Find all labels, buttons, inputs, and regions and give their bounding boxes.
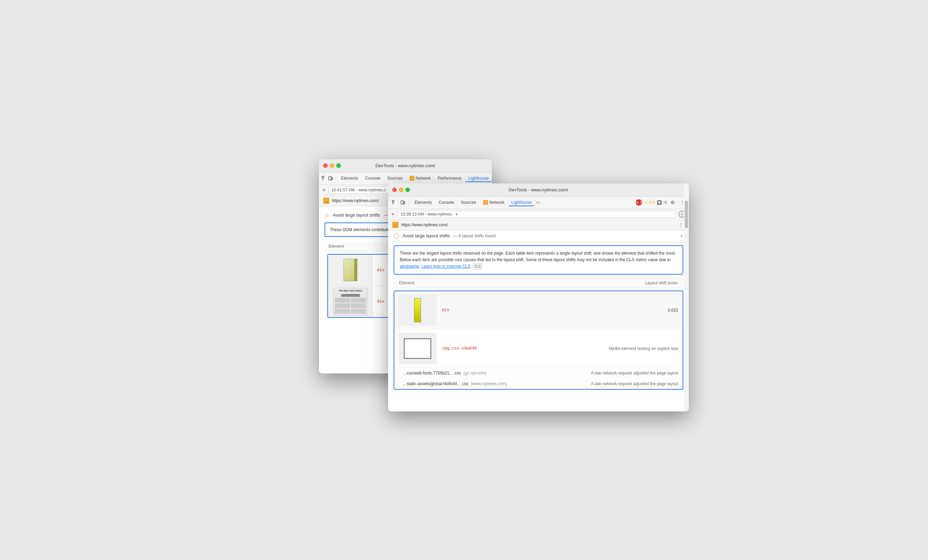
minimize-button-front[interactable] [399, 187, 403, 192]
fw-main-element-row: div 0.021 [394, 291, 682, 330]
add-tab-front[interactable]: + [392, 211, 395, 217]
window-title-back: DevTools - www.nytimes.com/ [375, 163, 435, 168]
fw-main-label: div [442, 308, 668, 313]
close-button-front[interactable] [392, 187, 397, 192]
devtools-window-front: DevTools - www.nytimes.com/ Elements Con… [388, 183, 689, 411]
element-thumb-1-back [328, 255, 373, 286]
inspect-icon-front[interactable] [391, 199, 398, 206]
nt-line-5 [335, 309, 350, 314]
fw-file-1: …css/web-fonts.7705b21….css (g1.nyt.com) [403, 371, 591, 376]
alert-icon-back: ⚠ [325, 212, 330, 218]
audit-subtitle-front: — 6 layout shifts found [453, 234, 496, 238]
title-bar-front: DevTools - www.nytimes.com/ [388, 183, 689, 196]
security-bar-front: 🔒 https://www.nytimes.com/ ⋮ [388, 220, 689, 230]
tab-console-back[interactable]: Console [363, 175, 383, 182]
svg-rect-5 [392, 200, 394, 202]
maximize-button-front[interactable] [405, 187, 410, 192]
address-input-front[interactable]: 10:39:13 AM - www.nytimes. ▼ [397, 211, 676, 218]
description-box-front: These are the largest layout shifts obse… [394, 245, 683, 275]
security-more-front[interactable]: ⋮ [677, 222, 685, 228]
close-button-back[interactable] [323, 163, 328, 168]
thumb-newspaper-back: The New York Times [333, 288, 368, 315]
minimize-button-back[interactable] [330, 163, 334, 168]
svg-rect-2 [329, 177, 331, 180]
toolbar-front: Elements Console Sources ⚠ Network Light… [388, 196, 689, 209]
fw-reason-1: A late network request adjusted the page… [591, 371, 678, 376]
fw-sub-element-row: img.css-o9w048 Media element lacking an … [394, 330, 682, 368]
tab-console-front[interactable]: Console [436, 199, 457, 206]
error-badge-front: ✕ 3 [636, 199, 642, 205]
tab-performance-back[interactable]: Performance [435, 175, 464, 182]
security-icon-front: 🔒 [392, 222, 398, 228]
yellow-bar-thumb [414, 298, 421, 322]
security-url-back: https://www.nytimes.com/ [332, 198, 379, 203]
device-icon-front[interactable] [399, 199, 406, 206]
nt-line-2 [351, 298, 366, 303]
fw-sub-reason: Media element lacking an explicit size [609, 346, 678, 351]
window-title-front: DevTools - www.nytimes.com/ [508, 187, 568, 192]
fw-domain-1: (g1.nyt.com) [464, 371, 487, 376]
tab-lighthouse-back[interactable]: Lighthouse [466, 175, 491, 182]
tab-network-front[interactable]: ⚠ Network [481, 199, 507, 206]
traffic-lights-front [392, 187, 410, 192]
tab-elements-back[interactable]: Elements [338, 175, 361, 182]
tab-elements-front[interactable]: Elements [412, 199, 435, 206]
fw-col-score-label: Layout shift score [645, 280, 678, 285]
fw-sub-rows: …css/web-fonts.7705b21….css (g1.nyt.com)… [394, 368, 682, 389]
tab-sources-front[interactable]: Sources [458, 199, 479, 206]
network-warning-icon-back: ⚠ [409, 176, 414, 181]
inspect-icon[interactable] [322, 175, 327, 182]
svg-rect-0 [322, 176, 324, 178]
address-bar-front: + 10:39:13 AM - www.nytimes. ▼ ⊘ [388, 209, 689, 220]
add-tab-back[interactable]: + [322, 187, 325, 193]
more-tabs-front[interactable]: >> [536, 200, 540, 204]
tab-sources-back[interactable]: Sources [385, 175, 405, 182]
device-icon[interactable] [328, 175, 333, 182]
nt-line-1 [335, 298, 350, 303]
security-icon-back: 🔒 [323, 198, 330, 204]
settings-icon-front[interactable]: ⚙ [670, 199, 676, 206]
svg-rect-7 [401, 201, 403, 204]
address-arrow-front: ▼ [455, 213, 458, 216]
audit-header-front: Avoid large layout shifts — 6 layout shi… [388, 230, 689, 242]
traffic-lights-back [323, 163, 341, 168]
fw-sub-label: img.css-o9w048 [442, 346, 609, 351]
nt-lines-back [335, 298, 366, 314]
fw-element-card: div 0.021 img.css-o9w048 Media element l… [394, 291, 683, 390]
element-thumb-2-back: The New York Times [328, 286, 373, 317]
fw-table-header: Element Layout shift score [394, 278, 683, 288]
cls-badge-front: CLS [472, 263, 482, 270]
fw-main-thumb [398, 295, 437, 326]
nt-header-back [341, 294, 360, 297]
fw-domain-2: (www.nytimes.com) [471, 381, 507, 386]
fw-sub-thumb [398, 333, 437, 364]
fw-network-row-2: …static-assets/global-f449cfd….css (www.… [394, 379, 682, 389]
nt-line-3 [335, 303, 350, 308]
cls-link[interactable]: Learn how to improve CLS [421, 264, 470, 269]
scrollbar-thumb-front[interactable] [685, 201, 688, 228]
fw-reason-2: A late network request adjusted the page… [591, 381, 678, 386]
fw-file-2: …static-assets/global-f449cfd….css (www.… [403, 381, 591, 386]
toolbar-back: Elements Console Sources ⚠ Network Perfo… [319, 172, 492, 185]
fw-main-score: 0.021 [668, 308, 678, 313]
title-bar-back: DevTools - www.nytimes.com/ [319, 159, 492, 172]
fw-col-element-label: Element [399, 280, 645, 285]
tab-lighthouse-front[interactable]: Lighthouse [509, 199, 535, 206]
error-icon-front: ✕ [636, 200, 639, 205]
audit-title-front: Avoid large layout shifts [403, 233, 450, 238]
info-badge-front: 🔲 75 [657, 200, 667, 205]
scene: DevTools - www.nytimes.com/ Elements Con… [308, 149, 620, 411]
img-border-thumb [404, 338, 431, 359]
alert-title-back: Avoid large layout shifts [333, 213, 380, 218]
windowing-link[interactable]: windowing [400, 264, 419, 269]
tab-network-back[interactable]: ⚠ Network [407, 175, 434, 182]
nt-line-4 [351, 303, 366, 308]
audit-circle-front [394, 233, 399, 239]
audit-chevron-front[interactable]: ∧ [680, 233, 683, 238]
scrollbar-front[interactable] [684, 183, 689, 411]
fw-network-row-1: …css/web-fonts.7705b21….css (g1.nyt.com)… [394, 368, 682, 379]
network-warning-icon-front: ⚠ [483, 200, 488, 205]
toolbar-right-front: ✕ 3 ⚠ 219 🔲 75 ⚙ ⋮ [636, 199, 686, 206]
maximize-button-back[interactable] [336, 163, 341, 168]
svg-rect-3 [331, 177, 333, 180]
